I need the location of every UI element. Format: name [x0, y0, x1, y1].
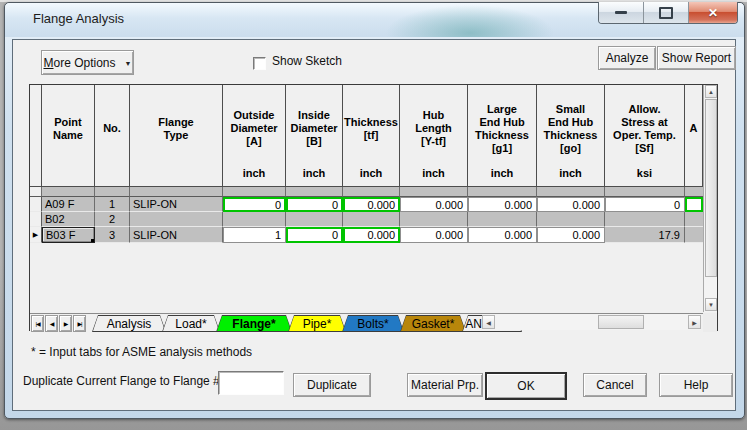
- cell-thickness[interactable]: [343, 212, 400, 227]
- scroll-right-icon: ▶: [692, 319, 697, 326]
- corner-header-cell: [30, 85, 42, 187]
- tab-list: Analysis Load* Flange* Pipe* Bolts* Gask…: [96, 315, 522, 332]
- cell-thickness[interactable]: 0.000: [343, 197, 400, 212]
- duplicate-flange-number-input[interactable]: [218, 371, 284, 395]
- duplicate-flange-label: Duplicate Current Flange to Flange #: [23, 374, 220, 388]
- dropdown-arrow-icon: ▼: [125, 60, 132, 67]
- scroll-up-icon: ▲: [708, 89, 714, 95]
- col-header-flange-type: Flange Type: [130, 85, 223, 187]
- cell-allow-stress[interactable]: 0: [605, 197, 685, 212]
- cell-no: 1: [95, 197, 130, 212]
- vertical-scrollbar-thumb[interactable]: [705, 99, 717, 277]
- cell-flange-type[interactable]: [130, 212, 223, 227]
- cell-outside-diameter[interactable]: 0: [223, 197, 286, 212]
- col-header-no: No.: [95, 85, 130, 187]
- cell-flange-type[interactable]: SLIP-ON: [130, 197, 223, 212]
- scroll-right-button[interactable]: ▶: [688, 315, 701, 329]
- col-header-large-end-hub: Large End Hub Thickness [g1]inch: [468, 85, 537, 187]
- title-bar[interactable]: Flange Analysis ✕: [5, 3, 744, 37]
- row-indicator-icon: ▶: [33, 228, 38, 242]
- tab-load[interactable]: Load*: [162, 315, 220, 332]
- desktop-background: Flange Analysis ✕ More Options ▼ Show Sk…: [0, 0, 747, 430]
- show-sketch-checkbox[interactable]: [253, 57, 266, 70]
- minimize-button[interactable]: [599, 2, 644, 23]
- dialog-client-area: More Options ▼ Show Sketch Analyze Show …: [12, 39, 736, 411]
- grid-horizontal-scrollbar[interactable]: ◀ ▶: [482, 314, 701, 330]
- cell-allow-stress[interactable]: [605, 212, 685, 227]
- col-header-thickness: Thickness [tf]inch: [343, 85, 400, 187]
- cell-hub-length[interactable]: [400, 212, 468, 227]
- flange-input-grid: Point Name No. Flange Type Outside Diame…: [29, 84, 718, 331]
- col-header-outside-diameter: Outside Diameter [A]inch: [223, 85, 286, 187]
- help-button[interactable]: Help: [659, 373, 733, 397]
- cell-small-end-hub[interactable]: 0.000: [537, 227, 605, 243]
- tab-nav-next-button[interactable]: ▶: [59, 315, 72, 332]
- show-report-button[interactable]: Show Report: [657, 46, 736, 70]
- current-row-indicator[interactable]: ▶: [30, 227, 42, 243]
- cell-inside-diameter[interactable]: 0: [286, 197, 343, 212]
- cell-point-name[interactable]: A09 F: [42, 197, 95, 212]
- analyze-button[interactable]: Analyze: [598, 46, 656, 70]
- tab-flange-active[interactable]: Flange*: [216, 315, 292, 332]
- asme-note-label: * = Input tabs for ASME analysis methods: [31, 345, 252, 359]
- tab-pipe[interactable]: Pipe*: [288, 315, 346, 332]
- cell-outside-diameter[interactable]: 1: [223, 227, 286, 243]
- grid-vertical-scrollbar[interactable]: ▲ ▼: [703, 85, 717, 312]
- cell-allow-stress[interactable]: 17.9: [605, 227, 685, 243]
- scroll-left-icon: ◀: [486, 319, 491, 326]
- close-button[interactable]: ✕: [689, 2, 737, 23]
- table-row: A09 F 1 SLIP-ON 0 0 0.000 0.000 0.000 0.…: [30, 197, 703, 212]
- cell-small-end-hub[interactable]: [537, 212, 605, 227]
- tab-nav-prev-button[interactable]: ◀: [45, 315, 58, 332]
- cell-small-end-hub[interactable]: 0.000: [537, 197, 605, 212]
- maximize-icon: [659, 7, 673, 19]
- row-header-cell[interactable]: [30, 212, 42, 227]
- table-row: B02 2: [30, 212, 703, 227]
- cell-inside-diameter[interactable]: [286, 212, 343, 227]
- col-header-point-name: Point Name: [42, 85, 95, 187]
- scrollbar-corner: [703, 313, 717, 332]
- ok-button[interactable]: OK: [485, 372, 567, 400]
- cell-hub-length[interactable]: 0.000: [400, 227, 468, 243]
- cell-outside-diameter[interactable]: [223, 212, 286, 227]
- scroll-down-button[interactable]: ▼: [705, 298, 717, 311]
- tab-gasket[interactable]: Gasket*: [400, 315, 466, 332]
- maximize-button[interactable]: [644, 2, 689, 23]
- row-header-cell[interactable]: [30, 197, 42, 212]
- col-header-a-clipped: A: [685, 85, 703, 187]
- cell-no: 3: [95, 227, 130, 243]
- table-row-selected: ▶ B03 F 3 SLIP-ON 1 0 0.000 0.000 0.000 …: [30, 227, 703, 243]
- cell-point-name-selected[interactable]: B03 F: [42, 227, 95, 243]
- scroll-up-button[interactable]: ▲: [705, 85, 717, 98]
- cancel-button[interactable]: Cancel: [583, 373, 647, 397]
- more-options-button[interactable]: More Options ▼: [41, 50, 134, 75]
- tab-nav-first-button[interactable]: |◀: [31, 315, 44, 332]
- caption-button-group: ✕: [598, 2, 738, 24]
- cell-inside-diameter[interactable]: 0: [286, 227, 343, 243]
- flange-analysis-window: Flange Analysis ✕ More Options ▼ Show Sk…: [4, 2, 745, 419]
- cell-no: 2: [95, 212, 130, 227]
- scroll-down-icon: ▼: [708, 302, 714, 308]
- cell-point-name[interactable]: B02: [42, 212, 95, 227]
- cell-a-clipped[interactable]: [685, 197, 703, 212]
- duplicate-button[interactable]: Duplicate: [293, 373, 371, 397]
- tab-bolts[interactable]: Bolts*: [342, 315, 404, 332]
- cell-thickness[interactable]: 0.000: [343, 227, 400, 243]
- grid-header-row: Point Name No. Flange Type Outside Diame…: [30, 85, 703, 187]
- material-properties-button[interactable]: Material Prp.: [407, 373, 483, 397]
- more-options-label: More Options: [44, 56, 116, 70]
- tab-nav-last-button[interactable]: ▶|: [73, 315, 86, 332]
- cell-large-end-hub[interactable]: 0.000: [468, 227, 537, 243]
- cell-hub-length[interactable]: 0.000: [400, 197, 468, 212]
- cell-a-clipped[interactable]: [685, 212, 703, 227]
- empty-grid-row: [30, 187, 703, 197]
- cell-large-end-hub[interactable]: 0.000: [468, 197, 537, 212]
- cell-a-clipped[interactable]: [685, 227, 703, 243]
- col-header-hub-length: Hub Length [Y-tf]inch: [400, 85, 468, 187]
- horizontal-scrollbar-thumb[interactable]: [598, 315, 644, 329]
- scroll-left-button[interactable]: ◀: [482, 315, 495, 329]
- tab-analysis[interactable]: Analysis: [92, 315, 166, 332]
- cell-flange-type[interactable]: SLIP-ON: [130, 227, 223, 243]
- col-header-allow-stress: Allow. Stress at Oper. Temp. [Sf]ksi: [605, 85, 685, 187]
- cell-large-end-hub[interactable]: [468, 212, 537, 227]
